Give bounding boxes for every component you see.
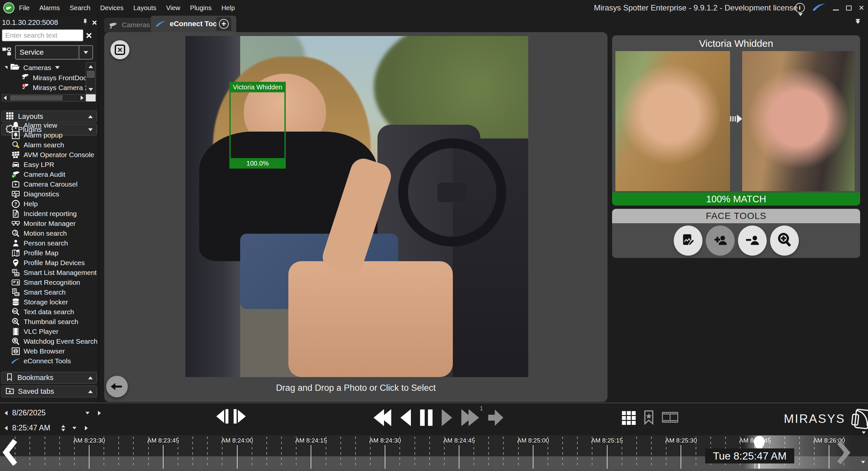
- bell-popup-icon: [10, 131, 21, 140]
- close-server-panel-button[interactable]: ×: [92, 18, 97, 28]
- info-icon[interactable]: i: [795, 3, 805, 13]
- plugin-item-web-browser[interactable]: Web Browser: [0, 346, 98, 356]
- plugin-item-motion-search[interactable]: Motion search: [0, 229, 98, 238]
- time-dropdown-icon[interactable]: [72, 427, 76, 430]
- loaded-photo[interactable]: Victoria Whidden 100.0%: [185, 36, 528, 377]
- timeline[interactable]: AM 8:23:30AM 8:23:45AM 8:24:00AM 8:24:15…: [0, 435, 868, 469]
- section-bookmarks[interactable]: Bookmarks: [1, 372, 97, 383]
- time-value[interactable]: 8:25:47 AM: [12, 424, 57, 432]
- rewind-button[interactable]: [374, 409, 391, 426]
- tree-node-cameras[interactable]: Cameras: [5, 63, 60, 72]
- menu-item-view[interactable]: View: [166, 4, 180, 12]
- next-day-button[interactable]: [98, 411, 101, 415]
- collapse-panel-chevron[interactable]: [856, 19, 860, 24]
- menu-item-search[interactable]: Search: [69, 4, 90, 12]
- plugin-item-text-data-search[interactable]: ABCText data search: [0, 307, 98, 317]
- plugin-item-watchdog-event-search[interactable]: Watchdog Event Search: [0, 336, 98, 346]
- tree-camera-item[interactable]: Mirasys FrontDoor C: [22, 73, 86, 83]
- face-detection-box: Victoria Whidden 100.0%: [229, 82, 286, 169]
- plugin-item-profile-map[interactable]: Profile Map: [0, 248, 98, 258]
- folder-icon: [10, 63, 20, 72]
- mirasys-logo-icon: [849, 408, 868, 430]
- plugin-item-person-search[interactable]: Person search: [0, 238, 98, 248]
- maximize-button[interactable]: [846, 6, 851, 10]
- plugin-label: Storage locker: [24, 298, 68, 306]
- plugin-item-help[interactable]: ?Help: [0, 199, 98, 209]
- search-input[interactable]: [2, 29, 83, 41]
- database-icon: [10, 298, 21, 307]
- step-forward-button[interactable]: [234, 409, 246, 424]
- plugin-item-profile-map-devices[interactable]: Profile Map Devices: [0, 258, 98, 268]
- cameras-caret-icon[interactable]: [55, 66, 60, 69]
- add-tab-button[interactable]: +: [216, 17, 231, 31]
- menu-item-devices[interactable]: Devices: [100, 4, 124, 12]
- bookmark-star-icon[interactable]: [643, 410, 655, 426]
- minimize-button[interactable]: [833, 9, 839, 10]
- matched-face-image: [742, 51, 855, 191]
- person-minus-button[interactable]: [738, 226, 767, 256]
- clear-photo-button[interactable]: ×: [111, 40, 129, 59]
- play-button[interactable]: [442, 409, 452, 426]
- service-selector[interactable]: Service: [15, 45, 93, 60]
- plugin-item-smart-search[interactable]: Smart Search: [0, 288, 98, 297]
- photo-edit-button[interactable]: [674, 226, 703, 256]
- menu-item-file[interactable]: File: [19, 4, 30, 12]
- timeline-tick-label: AM 8:24:45: [443, 437, 475, 444]
- zoom-plus-button[interactable]: [770, 226, 799, 256]
- collapse-timeline-icon[interactable]: [861, 461, 865, 464]
- plugin-label: Profile Map Devices: [24, 259, 85, 267]
- timeline-scroll-right-icon[interactable]: [835, 441, 851, 466]
- plugin-item-econnect-tools[interactable]: eConnect Tools: [0, 356, 98, 366]
- plugin-item-alarm-view[interactable]: Alarm view: [0, 121, 98, 130]
- menu-item-plugins[interactable]: Plugins: [190, 4, 212, 12]
- menu-item-alarms[interactable]: Alarms: [39, 4, 60, 12]
- plugin-item-smart-list-management[interactable]: Smart List Management: [0, 268, 98, 277]
- collapse-controlbar-icon[interactable]: [862, 431, 866, 434]
- play-backward-button[interactable]: [400, 409, 411, 426]
- plugin-item-alarm-popup[interactable]: Alarm popup: [0, 130, 98, 140]
- date-dropdown-icon[interactable]: [86, 412, 89, 414]
- plugin-item-smart-recognition[interactable]: Smart Recognition: [0, 277, 98, 288]
- tree-horizontal-scrollbar[interactable]: [2, 94, 85, 101]
- tree-vertical-scrollbar[interactable]: [86, 62, 96, 94]
- clear-search-button[interactable]: ×: [86, 30, 92, 40]
- timeline-minor-tick: [192, 437, 193, 468]
- close-window-button[interactable]: ×: [859, 3, 864, 12]
- next-time-button[interactable]: [85, 426, 88, 430]
- step-back-button[interactable]: [216, 409, 228, 424]
- grid-view-icon[interactable]: [622, 411, 636, 425]
- previous-day-button[interactable]: [5, 411, 7, 415]
- tree-camera-item[interactable]: Mirasys Camera 2: [22, 82, 86, 93]
- svg-text:ABC: ABC: [12, 310, 18, 312]
- plugin-item-alarm-search[interactable]: Alarm search: [0, 140, 98, 150]
- plugin-item-thumbnail-search[interactable]: Thumbnail search: [0, 317, 98, 327]
- plugin-item-camera-carousel[interactable]: Camera Carousel: [0, 179, 98, 189]
- plugin-item-incident-reporting[interactable]: Incident reporting: [0, 209, 98, 218]
- plugin-item-monitor-manager[interactable]: Monitor Manager: [0, 218, 98, 229]
- timeline-tick-label: AM 8:25:00: [517, 437, 549, 444]
- previous-time-button[interactable]: [5, 426, 7, 430]
- plugin-item-vlc-player[interactable]: VLC Player: [0, 327, 98, 336]
- dropzone-hint[interactable]: Drag and Drop a Photo or Click to Select: [104, 383, 608, 393]
- plugin-item-camera-audit[interactable]: Camera Audit: [0, 170, 98, 179]
- fast-forward-button[interactable]: 1: [461, 409, 479, 426]
- filmstrip-icon[interactable]: [662, 411, 678, 425]
- menu-item-layouts[interactable]: Layouts: [133, 4, 156, 12]
- application-window: FileAlarmsSearchDevicesLayoutsViewPlugin…: [0, 0, 868, 471]
- plugin-item-storage-locker[interactable]: Storage locker: [0, 297, 98, 307]
- timeline-scroll-left-icon[interactable]: [1, 439, 20, 467]
- section-saved-tabs[interactable]: Saved tabs: [1, 385, 97, 397]
- date-value[interactable]: 8/26/2025: [12, 408, 61, 417]
- timeline-minor-tick: [577, 437, 578, 468]
- plugin-item-avm-operator-console[interactable]: AVM Operator Console: [0, 150, 98, 160]
- person-minus-icon: [745, 232, 760, 249]
- expand-icon[interactable]: [5, 66, 7, 69]
- pin-icon[interactable]: [82, 18, 89, 27]
- timeline-major-tick: [311, 445, 311, 469]
- menu-item-help[interactable]: Help: [221, 4, 235, 12]
- time-spinner[interactable]: [61, 425, 65, 431]
- plugin-item-easy-lpr[interactable]: Easy LPR: [0, 160, 98, 170]
- jump-to-live-button[interactable]: [488, 409, 503, 426]
- plugin-item-diagnostics[interactable]: Diagnostics: [0, 189, 98, 199]
- pause-button[interactable]: [420, 409, 433, 426]
